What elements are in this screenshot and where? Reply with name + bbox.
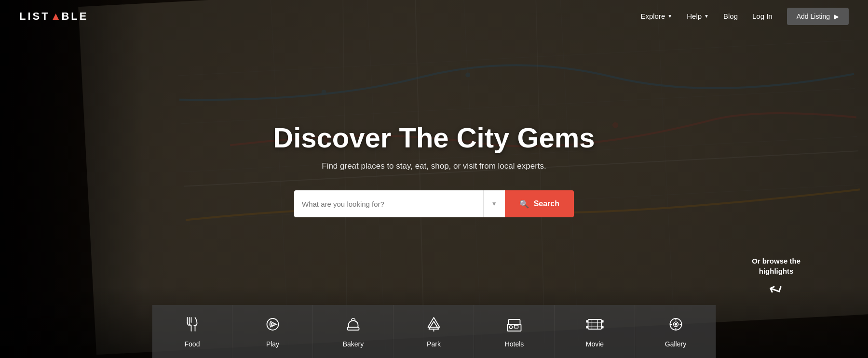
- browse-highlights: Or browse the highlights ↵: [752, 256, 800, 300]
- nav-login[interactable]: Log In: [752, 12, 773, 20]
- category-gallery[interactable]: Gallery: [636, 305, 716, 358]
- svg-point-44: [675, 323, 677, 325]
- search-icon: 🔍: [519, 199, 529, 209]
- category-play[interactable]: Play: [233, 305, 313, 358]
- logo-text-part1: LIST: [19, 10, 50, 23]
- svg-rect-27: [515, 325, 518, 328]
- svg-rect-35: [586, 326, 588, 328]
- nav-blog-label: Blog: [723, 12, 738, 20]
- food-icon: [184, 316, 201, 335]
- search-bar: ▼ 🔍 Search: [294, 190, 574, 217]
- svg-rect-29: [588, 319, 602, 329]
- category-park[interactable]: Park: [394, 305, 475, 358]
- nav-help-label: Help: [687, 12, 702, 20]
- nav-help[interactable]: Help ▼: [687, 12, 709, 20]
- search-button[interactable]: 🔍 Search: [505, 190, 574, 217]
- svg-rect-34: [586, 320, 588, 322]
- hotels-icon: [506, 316, 523, 335]
- nav-login-label: Log In: [752, 12, 773, 20]
- add-listing-label: Add Listing: [797, 13, 830, 20]
- svg-rect-37: [602, 326, 604, 328]
- hero-title: Discover The City Gems: [273, 121, 595, 154]
- search-button-label: Search: [534, 199, 559, 208]
- nav-explore-label: Explore: [640, 12, 665, 20]
- category-bakery-label: Bakery: [343, 340, 364, 348]
- browse-text: Or browse the highlights: [752, 257, 800, 275]
- category-movie-label: Movie: [586, 340, 604, 348]
- gallery-icon: [667, 316, 684, 335]
- nav-explore[interactable]: Explore ▼: [640, 12, 672, 20]
- category-hotels-label: Hotels: [505, 340, 524, 348]
- search-input-wrapper: ▼: [294, 190, 505, 217]
- nav-links: Explore ▼ Help ▼ Blog Log In Add Listing…: [640, 8, 849, 25]
- categories: Food Play Bakery: [152, 305, 716, 358]
- svg-marker-22: [428, 318, 440, 327]
- bakery-icon: [345, 316, 362, 335]
- category-bakery[interactable]: Bakery: [313, 305, 394, 358]
- movie-icon: [586, 316, 604, 335]
- category-food-label: Food: [185, 340, 200, 348]
- category-park-label: Park: [427, 340, 441, 348]
- navbar: LIST ▲ BLE Explore ▼ Help ▼ Blog Log In …: [0, 0, 868, 32]
- help-chevron-icon: ▼: [704, 13, 709, 19]
- search-dropdown-arrow[interactable]: ▼: [483, 190, 505, 217]
- search-input[interactable]: [294, 190, 483, 217]
- logo-text-part2: BLE: [61, 10, 88, 23]
- play-icon: [264, 316, 282, 335]
- svg-rect-21: [348, 327, 359, 330]
- category-food[interactable]: Food: [152, 305, 233, 358]
- category-movie[interactable]: Movie: [555, 305, 636, 358]
- svg-rect-36: [602, 320, 604, 322]
- svg-point-26: [510, 326, 513, 329]
- park-icon: [425, 316, 443, 335]
- hero-subtitle: Find great places to stay, eat, shop, or…: [322, 161, 546, 171]
- category-gallery-label: Gallery: [665, 340, 686, 348]
- add-listing-icon: ▶: [834, 13, 839, 20]
- explore-chevron-icon: ▼: [667, 13, 672, 19]
- category-play-label: Play: [266, 340, 279, 348]
- hero-content: Discover The City Gems Find great places…: [0, 0, 868, 358]
- add-listing-button[interactable]: Add Listing ▶: [787, 8, 849, 25]
- category-hotels[interactable]: Hotels: [475, 305, 555, 358]
- logo-arrow-icon: ▲: [51, 10, 61, 23]
- nav-blog[interactable]: Blog: [723, 12, 738, 20]
- logo[interactable]: LIST ▲ BLE: [19, 10, 88, 23]
